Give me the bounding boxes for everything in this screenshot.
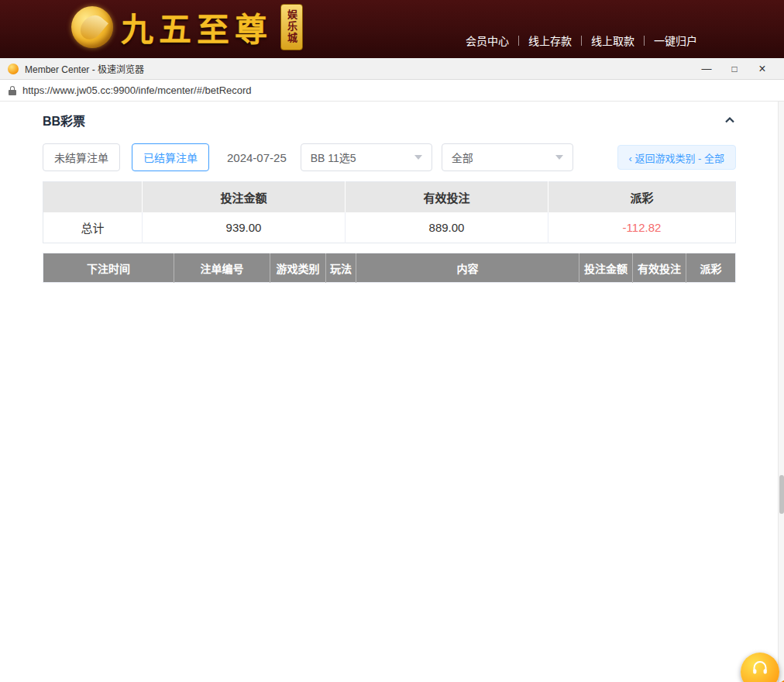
minimize-icon[interactable]: — [693, 59, 720, 79]
type-select[interactable]: 全部 [442, 143, 573, 171]
header-play-type: 玩法 [326, 253, 356, 283]
nav-withdraw[interactable]: 线上取款 [591, 33, 634, 48]
bet-record-table: 下注时间 注单编号 游戏类别 玩法 内容 投注金额 有效投注 派彩 [43, 253, 736, 283]
summary-table: 投注金额 有效投注 派彩 总计 939.00 889.00 -112.82 [43, 181, 736, 243]
filter-bar: 未结算注单 已结算注单 2024-07-25 BB 11选5 全部 ‹ 返回游戏… [43, 143, 736, 171]
customer-service-button[interactable] [741, 653, 779, 682]
nav-member-center[interactable]: 会员中心 [466, 33, 509, 48]
summary-header-bet-amount: 投注金额 [143, 182, 346, 212]
nav-separator [644, 36, 645, 46]
banner-nav: 会员中心 线上存款 线上取款 一键归户 [466, 33, 697, 48]
total-label: 总计 [43, 212, 143, 243]
browser-favicon-icon [8, 64, 19, 74]
browser-titlebar: Member Center - 极速浏览器 — □ × [0, 58, 784, 80]
game-select[interactable]: BB 11选5 [301, 143, 432, 171]
window-controls: — □ × [693, 59, 776, 79]
summary-header-payout: 派彩 [548, 182, 736, 212]
summary-header-blank [43, 182, 143, 212]
browser-addressbar: https://www.jw05.cc:9900/infe/mcenter/#/… [0, 80, 784, 102]
header-order-id: 注单编号 [174, 253, 270, 283]
section-title: BB彩票 [43, 111, 85, 129]
back-to-category-button[interactable]: ‹ 返回游戏类别 - 全部 [617, 145, 737, 170]
caret-down-icon [414, 155, 422, 160]
logo-text: 九五至尊 [121, 3, 273, 50]
date-picker[interactable]: 2024-07-25 [227, 151, 287, 164]
logo-badge: 娱乐城 [280, 4, 303, 50]
section-header: BB彩票 [43, 111, 736, 129]
lock-icon [9, 86, 16, 95]
page-content: BB彩票 未结算注单 已结算注单 2024-07-25 BB 11选5 全部 ‹… [0, 102, 784, 283]
tab-settled-bets[interactable]: 已结算注单 [132, 143, 209, 171]
summary-header-row: 投注金额 有效投注 派彩 [43, 182, 736, 212]
url-text[interactable]: https://www.jw05.cc:9900/infe/mcenter/#/… [22, 84, 252, 96]
type-select-value: 全部 [452, 150, 473, 165]
header-bet-amount: 投注金额 [579, 253, 633, 283]
header-game-type: 游戏类别 [270, 253, 326, 283]
total-valid-bet: 889.00 [346, 212, 548, 243]
bet-table-header-row: 下注时间 注单编号 游戏类别 玩法 内容 投注金额 有效投注 派彩 [43, 253, 736, 283]
header-valid-bet: 有效投注 [633, 253, 686, 283]
header-content: 内容 [356, 253, 579, 283]
nav-one-key-transfer[interactable]: 一键归户 [654, 33, 697, 48]
scrollbar-thumb[interactable] [779, 475, 784, 514]
maximize-icon[interactable]: □ [720, 59, 748, 79]
header-payout: 派彩 [686, 253, 736, 283]
summary-header-valid-bet: 有效投注 [346, 182, 548, 212]
chevron-up-icon[interactable] [724, 114, 736, 126]
nav-separator [581, 36, 582, 46]
summary-total-row: 总计 939.00 889.00 -112.82 [43, 212, 736, 243]
caret-down-icon [555, 155, 563, 160]
header-bet-time: 下注时间 [43, 253, 174, 283]
site-banner: 九五至尊 娱乐城 会员中心 线上存款 线上取款 一键归户 [0, 0, 784, 58]
headset-icon [751, 659, 769, 677]
window-title: Member Center - 极速浏览器 [25, 62, 144, 75]
logo-coin-icon [71, 6, 113, 48]
nav-deposit[interactable]: 线上存款 [528, 33, 572, 48]
tab-unsettled-bets[interactable]: 未结算注单 [43, 143, 120, 171]
close-icon[interactable]: × [748, 59, 776, 79]
total-bet-amount: 939.00 [143, 212, 346, 243]
site-logo[interactable]: 九五至尊 娱乐城 [71, 3, 303, 50]
game-select-value: BB 11选5 [311, 150, 356, 165]
scrollbar[interactable] [778, 102, 784, 682]
total-payout: -112.82 [548, 212, 736, 243]
nav-separator [518, 36, 519, 46]
